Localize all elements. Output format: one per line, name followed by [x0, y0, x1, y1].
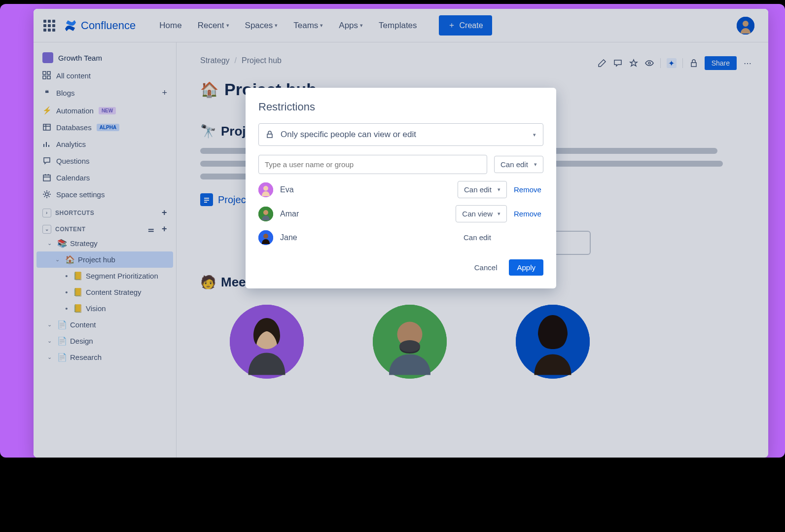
tree-content[interactable]: ⌄ 📄 Content: [34, 317, 176, 333]
share-button[interactable]: Share: [705, 56, 737, 70]
team-member-avatar[interactable]: [516, 305, 590, 379]
permission-select[interactable]: Can edit ▾: [494, 156, 543, 173]
sidebar-calendars[interactable]: Calendars: [34, 169, 176, 186]
confluence-logo[interactable]: Confluence: [64, 19, 136, 32]
chevron-down-icon: ▾: [320, 22, 323, 29]
star-icon[interactable]: [629, 58, 639, 68]
tree-project-hub[interactable]: ⌄ 🏠 Project hub: [36, 251, 173, 268]
chevron-down-icon: ⌄: [55, 256, 62, 263]
sidebar-space-settings[interactable]: Space settings: [34, 186, 176, 203]
permission-select[interactable]: Can edit ▾: [458, 181, 507, 198]
team-member-avatar[interactable]: [230, 305, 304, 379]
comment-icon[interactable]: [613, 58, 623, 68]
sidebar-analytics[interactable]: Analytics: [34, 136, 176, 152]
chevron-down-icon: ▾: [533, 132, 536, 138]
plus-icon[interactable]: +: [162, 88, 167, 98]
permission-select[interactable]: Can view ▾: [456, 205, 507, 222]
sidebar-automation[interactable]: ⚡ Automation NEW: [34, 102, 176, 119]
person-icon: 🧑: [200, 275, 216, 290]
restriction-mode-select[interactable]: Only specific people can view or edit ▾: [258, 123, 543, 146]
avatar: [258, 207, 273, 221]
lock-icon[interactable]: [689, 58, 699, 68]
content-section[interactable]: ⌄ CONTENT ⚌ +: [34, 219, 176, 235]
chevron-down-icon: ⌄: [42, 225, 51, 234]
chevron-down-icon: ▾: [275, 22, 278, 29]
tree-content-strategy[interactable]: • 📒 Content Strategy: [34, 284, 176, 300]
lock-icon: [266, 131, 274, 139]
quotes-icon: ❝: [42, 89, 51, 98]
calendar-icon: [42, 173, 51, 182]
svg-rect-3: [47, 71, 50, 74]
create-button[interactable]: ＋ Create: [439, 15, 492, 35]
modal-title: Restrictions: [258, 101, 543, 113]
avatar: [258, 182, 273, 197]
tree-design[interactable]: ⌄ 📄 Design: [34, 333, 176, 349]
nav-links: Home Recent▾ Spaces▾ Teams▾ Apps▾ Templa…: [154, 18, 422, 34]
page-icon: 📄: [57, 336, 67, 346]
svg-rect-15: [204, 200, 209, 201]
sidebar-all-content[interactable]: All content: [34, 67, 176, 84]
watch-icon[interactable]: [644, 58, 654, 68]
app-window: Confluence Home Recent▾ Spaces▾ Teams▾ A…: [34, 9, 768, 458]
gear-icon: [42, 190, 51, 199]
apply-button[interactable]: Apply: [509, 259, 543, 276]
app-switcher-icon[interactable]: [43, 20, 55, 32]
bolt-icon: ⚡: [42, 106, 51, 115]
sidebar-questions[interactable]: Questions: [34, 152, 176, 169]
nav-spaces[interactable]: Spaces▾: [240, 18, 283, 34]
svg-point-34: [263, 234, 268, 239]
telescope-icon: 🔭: [200, 124, 216, 139]
remove-link[interactable]: Remove: [514, 185, 543, 194]
edit-icon[interactable]: [597, 58, 607, 68]
chevron-down-icon: ▾: [498, 211, 500, 217]
plus-icon[interactable]: +: [162, 208, 167, 218]
ai-icon[interactable]: ✦: [667, 58, 677, 68]
chart-icon: [42, 140, 51, 148]
svg-point-26: [648, 62, 650, 64]
remove-link[interactable]: Remove: [514, 210, 543, 218]
more-icon[interactable]: ⋯: [743, 58, 752, 68]
svg-rect-4: [43, 76, 46, 79]
person-row-eva: Eva Can edit ▾ Remove: [258, 181, 543, 198]
grid-icon: [42, 71, 51, 80]
user-search-input[interactable]: [258, 155, 487, 174]
profile-avatar[interactable]: [737, 17, 754, 35]
plus-icon[interactable]: +: [162, 224, 167, 234]
shortcuts-section[interactable]: › SHORTCUTS +: [34, 203, 176, 219]
sidebar-databases[interactable]: Databases ALPHA: [34, 119, 176, 136]
person-row-amar: Amar Can view ▾ Remove: [258, 205, 543, 222]
breadcrumb-item[interactable]: Project hub: [242, 56, 282, 65]
sidebar-blogs[interactable]: ❝ Blogs +: [34, 84, 176, 102]
nav-apps[interactable]: Apps▾: [334, 18, 368, 34]
chat-icon: [42, 156, 51, 165]
house-icon: 🏠: [200, 81, 218, 98]
tree-strategy[interactable]: ⌄ 📚 Strategy: [34, 235, 176, 251]
svg-point-23: [399, 340, 420, 352]
cancel-button[interactable]: Cancel: [467, 259, 504, 276]
tree-segment-prioritization[interactable]: • 📒 Segment Prioritization: [34, 268, 176, 284]
svg-point-13: [45, 193, 48, 196]
filter-icon[interactable]: ⚌: [148, 225, 155, 233]
team-avatars: [200, 305, 745, 379]
breadcrumb-item[interactable]: Strategy: [200, 56, 230, 65]
space-icon: [42, 52, 53, 63]
new-badge: NEW: [99, 107, 116, 114]
svg-rect-27: [691, 63, 696, 67]
person-name: Jane: [280, 233, 451, 242]
books-icon: 📚: [57, 239, 67, 248]
chevron-down-icon: ▾: [360, 22, 363, 29]
tree-research[interactable]: ⌄ 📄 Research: [34, 349, 176, 365]
tree-vision[interactable]: • 📒 Vision: [34, 300, 176, 317]
nav-templates[interactable]: Templates: [374, 18, 422, 34]
nav-recent[interactable]: Recent▾: [193, 18, 234, 34]
nav-home[interactable]: Home: [154, 18, 186, 34]
person-row-jane: Jane Can edit: [258, 229, 543, 246]
svg-rect-2: [43, 71, 46, 74]
table-icon: [42, 123, 51, 132]
team-member-avatar[interactable]: [373, 305, 447, 379]
chevron-down-icon: ⌄: [47, 354, 54, 360]
nav-teams[interactable]: Teams▾: [288, 18, 328, 34]
folder-icon: 📒: [73, 287, 83, 297]
space-header[interactable]: Growth Team: [34, 48, 176, 67]
svg-point-30: [263, 186, 268, 191]
